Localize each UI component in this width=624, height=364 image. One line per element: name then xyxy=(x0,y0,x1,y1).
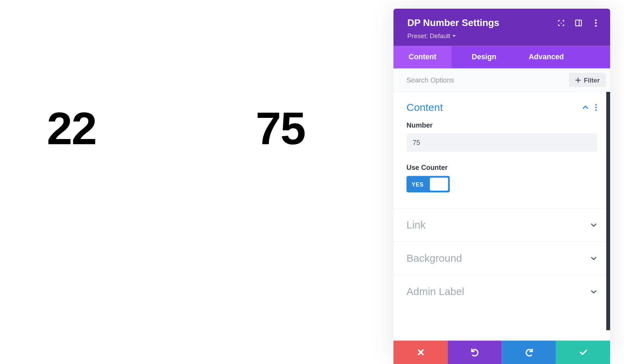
filter-button[interactable]: Filter xyxy=(569,73,606,87)
more-icon[interactable] xyxy=(592,19,600,27)
undo-icon xyxy=(470,348,480,357)
preset-value: Default xyxy=(430,32,450,40)
toggle-yes-label: YES xyxy=(407,181,428,188)
search-input[interactable] xyxy=(407,76,569,84)
section-content-title[interactable]: Content xyxy=(407,102,443,114)
undo-button[interactable] xyxy=(448,341,502,364)
scrollbar[interactable] xyxy=(606,92,610,330)
cancel-button[interactable] xyxy=(393,341,448,364)
footer-bar xyxy=(393,341,610,364)
section-link-title: Link xyxy=(407,219,426,231)
check-icon xyxy=(578,348,588,357)
svg-point-0 xyxy=(561,23,562,24)
chevron-up-icon[interactable] xyxy=(582,104,589,111)
search-row: Filter xyxy=(393,69,610,92)
section-more-icon[interactable] xyxy=(595,104,597,111)
number-label: Number xyxy=(407,121,597,129)
close-icon xyxy=(416,348,425,357)
preview-number-right: 75 xyxy=(256,102,305,155)
filter-label: Filter xyxy=(584,76,600,84)
settings-panel: DP Number Settings xyxy=(393,9,610,360)
svg-point-4 xyxy=(595,22,597,24)
svg-point-3 xyxy=(595,19,597,21)
section-admin-label[interactable]: Admin Label xyxy=(393,275,610,308)
number-input[interactable] xyxy=(407,133,597,152)
use-counter-label: Use Counter xyxy=(407,164,597,172)
tabs: Content Design Advanced xyxy=(393,46,610,69)
section-background[interactable]: Background xyxy=(393,242,610,275)
redo-button[interactable] xyxy=(502,341,556,364)
toggle-knob xyxy=(430,178,448,191)
panel-body: Content xyxy=(393,92,610,360)
field-use-counter: Use Counter YES xyxy=(407,164,597,193)
use-counter-toggle[interactable]: YES xyxy=(407,176,450,193)
expand-icon[interactable] xyxy=(557,19,565,27)
chevron-down-icon xyxy=(590,288,597,295)
tab-advanced[interactable]: Advanced xyxy=(517,46,610,69)
preview-number-left: 22 xyxy=(47,102,96,155)
save-button[interactable] xyxy=(556,341,610,364)
svg-rect-1 xyxy=(575,20,581,26)
section-content: Content xyxy=(393,92,610,208)
svg-point-9 xyxy=(595,107,597,109)
preset-dropdown[interactable]: Preset: Default xyxy=(407,32,456,40)
section-background-title: Background xyxy=(407,252,462,265)
plus-icon xyxy=(575,77,581,83)
field-number: Number xyxy=(407,121,597,152)
chevron-down-icon xyxy=(590,222,597,228)
panel-title: DP Number Settings xyxy=(407,17,499,29)
section-link[interactable]: Link xyxy=(393,208,610,242)
redo-icon xyxy=(524,348,534,357)
snap-icon[interactable] xyxy=(575,19,583,27)
chevron-down-icon xyxy=(590,255,597,262)
tab-design[interactable]: Design xyxy=(452,46,517,69)
section-admin-label-title: Admin Label xyxy=(407,286,465,298)
chevron-down-icon xyxy=(452,34,457,38)
panel-header: DP Number Settings xyxy=(393,9,610,46)
tab-content[interactable]: Content xyxy=(393,46,452,69)
svg-point-5 xyxy=(595,25,597,27)
preset-prefix: Preset: xyxy=(407,32,428,40)
svg-point-8 xyxy=(595,104,597,106)
svg-point-10 xyxy=(595,109,597,111)
